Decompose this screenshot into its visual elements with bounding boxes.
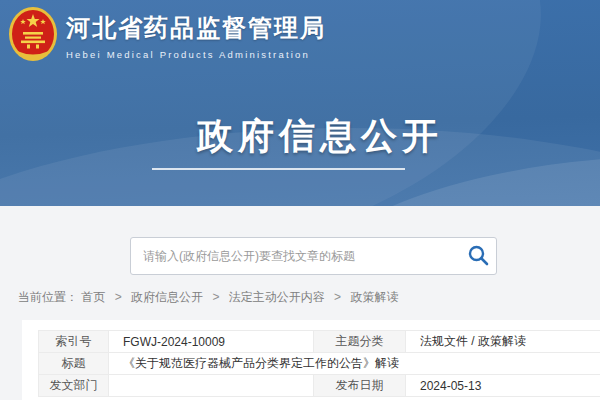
index-number-label: 索引号: [39, 331, 109, 353]
issuing-department-value: [109, 375, 314, 397]
breadcrumb-item-policy-interpretation[interactable]: 政策解读: [350, 290, 398, 304]
search-input[interactable]: [130, 237, 497, 275]
site-logo-link[interactable]: 河北省药品监督管理局 Hebei Medical Products Admini…: [8, 6, 326, 63]
title-value: 《关于规范医疗器械产品分类界定工作的公告》解读: [109, 353, 600, 375]
table-row: 发文部门 发布日期 2024-05-13: [39, 375, 600, 397]
search-icon: [466, 243, 490, 267]
page: 河北省药品监督管理局 Hebei Medical Products Admini…: [0, 0, 600, 400]
breadcrumb-separator: >: [212, 290, 219, 304]
breadcrumb-label: 当前位置：: [18, 290, 78, 304]
table-row: 标题 《关于规范医疗器械产品分类界定工作的公告》解读: [39, 353, 600, 375]
site-header: 河北省药品监督管理局 Hebei Medical Products Admini…: [0, 0, 600, 206]
content-panel: 索引号 FGWJ-2024-10009 主题分类 法规文件 / 政策解读 标题 …: [22, 320, 600, 400]
title-underline: [152, 168, 405, 170]
national-emblem-icon: [8, 6, 58, 63]
breadcrumb-item-info-disclosure[interactable]: 政府信息公开: [131, 290, 203, 304]
search-button[interactable]: [465, 243, 491, 269]
org-name: 河北省药品监督管理局: [66, 12, 326, 44]
publish-date-value: 2024-05-13: [406, 375, 600, 397]
index-number-value: FGWJ-2024-10009: [109, 331, 314, 353]
page-title: 政府信息公开: [197, 112, 443, 161]
search-bar: [130, 237, 497, 275]
breadcrumb-item-home[interactable]: 首页: [81, 290, 105, 304]
breadcrumb-separator: >: [334, 290, 341, 304]
breadcrumb: 当前位置： 首页 > 政府信息公开 > 法定主动公开内容 > 政策解读: [18, 289, 398, 306]
table-row: 索引号 FGWJ-2024-10009 主题分类 法规文件 / 政策解读: [39, 331, 600, 353]
subject-category-value: 法规文件 / 政策解读: [406, 331, 600, 353]
breadcrumb-item-statutory-content[interactable]: 法定主动公开内容: [229, 290, 325, 304]
subject-category-label: 主题分类: [314, 331, 406, 353]
title-label: 标题: [39, 353, 109, 375]
issuing-department-label: 发文部门: [39, 375, 109, 397]
org-name-en: Hebei Medical Products Administration: [66, 49, 326, 60]
publish-date-label: 发布日期: [314, 375, 406, 397]
document-info-table: 索引号 FGWJ-2024-10009 主题分类 法规文件 / 政策解读 标题 …: [38, 330, 600, 397]
breadcrumb-separator: >: [115, 290, 122, 304]
